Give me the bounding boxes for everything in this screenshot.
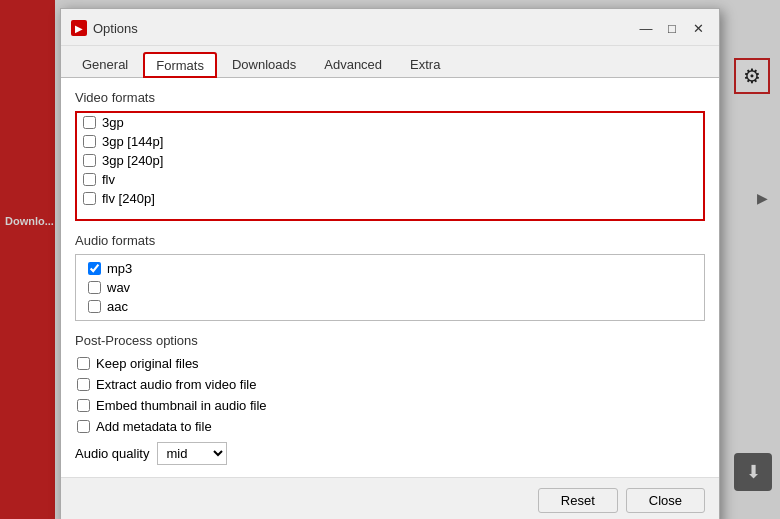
dialog-app-icon: ▶ (71, 20, 87, 36)
audio-format-wav-checkbox[interactable] (88, 281, 101, 294)
option-embed-thumbnail: Embed thumbnail in audio file (75, 398, 705, 413)
audio-format-aac: aac (82, 297, 698, 316)
tab-general[interactable]: General (69, 52, 141, 77)
dialog-footer: Reset Close (61, 477, 719, 519)
audio-format-wav-label: wav (107, 280, 130, 295)
keep-original-label: Keep original files (96, 356, 199, 371)
maximize-button[interactable]: □ (661, 17, 683, 39)
audio-format-wav: wav (82, 278, 698, 297)
close-button[interactable]: Close (626, 488, 705, 513)
add-metadata-label: Add metadata to file (96, 419, 212, 434)
audio-quality-select[interactable]: low mid high (157, 442, 227, 465)
video-format-flv-240p: flv [240p] (77, 189, 703, 208)
audio-quality-row: Audio quality low mid high (75, 442, 705, 465)
audio-format-aac-checkbox[interactable] (88, 300, 101, 313)
tabs-bar: General Formats Downloads Advanced Extra (61, 46, 719, 78)
reset-button[interactable]: Reset (538, 488, 618, 513)
tab-formats[interactable]: Formats (143, 52, 217, 78)
embed-thumbnail-label: Embed thumbnail in audio file (96, 398, 267, 413)
keep-original-checkbox[interactable] (77, 357, 90, 370)
options-dialog: ▶ Options — □ ✕ General Formats Download… (60, 8, 720, 519)
option-extract-audio: Extract audio from video file (75, 377, 705, 392)
video-format-flv-checkbox[interactable] (83, 173, 96, 186)
post-process-label: Post-Process options (75, 333, 705, 348)
audio-formats-box: mp3 wav aac (75, 254, 705, 321)
video-format-3gp-240p-label: 3gp [240p] (102, 153, 163, 168)
video-format-flv-label: flv (102, 172, 115, 187)
video-format-3gp-144p-label: 3gp [144p] (102, 134, 163, 149)
extract-audio-checkbox[interactable] (77, 378, 90, 391)
video-format-3gp-label: 3gp (102, 115, 124, 130)
video-format-3gp-240p-checkbox[interactable] (83, 154, 96, 167)
embed-thumbnail-checkbox[interactable] (77, 399, 90, 412)
video-format-3gp-240p: 3gp [240p] (77, 151, 703, 170)
audio-format-aac-label: aac (107, 299, 128, 314)
video-format-3gp-144p-checkbox[interactable] (83, 135, 96, 148)
audio-format-mp3-label: mp3 (107, 261, 132, 276)
audio-quality-label: Audio quality (75, 446, 149, 461)
dialog-content: Video formats 3gp 3gp [144p] 3gp [240p] … (61, 78, 719, 477)
option-keep-original: Keep original files (75, 356, 705, 371)
video-format-flv: flv (77, 170, 703, 189)
audio-format-mp3-checkbox[interactable] (88, 262, 101, 275)
video-format-3gp-checkbox[interactable] (83, 116, 96, 129)
dialog-title: Options (93, 21, 629, 36)
video-format-flv-240p-label: flv [240p] (102, 191, 155, 206)
minimize-button[interactable]: — (635, 17, 657, 39)
video-format-3gp-144p: 3gp [144p] (77, 132, 703, 151)
dialog-titlebar: ▶ Options — □ ✕ (61, 9, 719, 46)
tab-extra[interactable]: Extra (397, 52, 453, 77)
video-formats-box[interactable]: 3gp 3gp [144p] 3gp [240p] flv flv [240p] (75, 111, 705, 221)
option-add-metadata: Add metadata to file (75, 419, 705, 434)
tab-downloads[interactable]: Downloads (219, 52, 309, 77)
extract-audio-label: Extract audio from video file (96, 377, 256, 392)
audio-format-mp3: mp3 (82, 259, 698, 278)
audio-formats-label: Audio formats (75, 233, 705, 248)
titlebar-controls: — □ ✕ (635, 17, 709, 39)
close-x-button[interactable]: ✕ (687, 17, 709, 39)
tab-advanced[interactable]: Advanced (311, 52, 395, 77)
add-metadata-checkbox[interactable] (77, 420, 90, 433)
video-format-3gp: 3gp (77, 113, 703, 132)
video-format-flv-240p-checkbox[interactable] (83, 192, 96, 205)
video-formats-label: Video formats (75, 90, 705, 105)
